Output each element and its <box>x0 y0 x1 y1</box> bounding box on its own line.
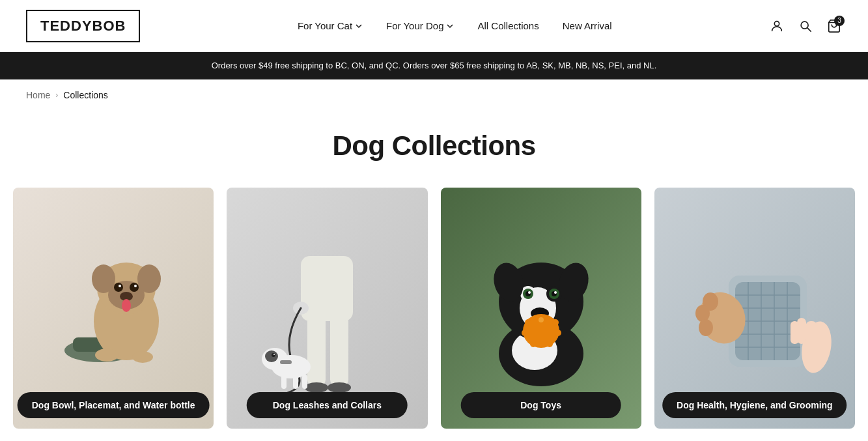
page-title: Dog Collections <box>13 130 855 162</box>
breadcrumb-current: Collections <box>63 90 107 100</box>
dog-leash-illustration <box>262 210 392 406</box>
svg-rect-73 <box>805 321 817 354</box>
collection-label: Dog Toys <box>460 392 621 418</box>
nav-for-your-cat[interactable]: For Your Cat <box>298 20 363 31</box>
main-nav: For Your Cat For Your Dog All Collection… <box>298 20 612 31</box>
svg-rect-23 <box>301 256 353 321</box>
svg-point-29 <box>273 354 275 355</box>
svg-point-50 <box>522 330 528 336</box>
svg-point-14 <box>122 299 131 312</box>
collection-card-dog-toys[interactable]: Dog Toys <box>441 188 641 429</box>
collection-card-dog-health[interactable]: Dog Health, Hygiene, and Grooming <box>654 188 855 429</box>
collection-label: Dog Health, Hygiene, and Grooming <box>662 392 847 418</box>
svg-rect-75 <box>791 321 799 344</box>
svg-point-12 <box>134 285 137 287</box>
svg-line-2 <box>807 28 811 31</box>
svg-point-15 <box>92 264 115 293</box>
nav-for-your-dog[interactable]: For Your Dog <box>386 20 454 31</box>
svg-point-48 <box>525 319 531 326</box>
svg-point-53 <box>546 341 553 347</box>
dog-toy-illustration <box>463 217 619 399</box>
collection-label: Dog Leashes and Collars <box>247 392 408 418</box>
svg-point-17 <box>95 349 119 362</box>
svg-point-49 <box>552 319 559 326</box>
svg-point-45 <box>554 291 557 294</box>
chevron-down-icon <box>355 22 363 30</box>
cart-icon[interactable]: 3 <box>826 18 842 34</box>
svg-rect-32 <box>302 375 307 389</box>
svg-point-1 <box>801 21 808 29</box>
page-title-section: Dog Collections <box>0 111 868 188</box>
svg-point-0 <box>774 21 779 25</box>
svg-rect-30 <box>281 375 287 389</box>
breadcrumb: Home › Collections <box>0 79 868 111</box>
svg-point-28 <box>272 353 275 357</box>
svg-point-54 <box>539 317 544 322</box>
svg-point-18 <box>132 351 153 363</box>
svg-point-27 <box>265 350 278 362</box>
collection-label: Dog Bowl, Placemat, and Water bottle <box>18 392 210 418</box>
svg-point-51 <box>555 330 561 336</box>
account-icon[interactable] <box>769 18 785 34</box>
svg-point-9 <box>114 283 123 292</box>
svg-point-10 <box>130 283 139 292</box>
header-icons: 3 <box>769 18 842 34</box>
dog-bowl-illustration <box>42 236 185 380</box>
svg-point-16 <box>137 264 161 293</box>
search-icon[interactable] <box>798 18 813 34</box>
logo[interactable]: TEDDYBOB <box>26 10 140 42</box>
site-header: TEDDYBOB For Your Cat For Your Dog All C… <box>0 0 868 52</box>
svg-rect-19 <box>307 315 326 386</box>
collection-card-dog-leashes[interactable]: Dog Leashes and Collars <box>227 188 427 429</box>
nav-new-arrival[interactable]: New Arrival <box>563 20 612 31</box>
shipping-banner: Orders over $49 free shipping to BC, ON,… <box>0 52 868 79</box>
breadcrumb-separator: › <box>55 91 58 100</box>
svg-point-70 <box>695 305 710 322</box>
svg-rect-31 <box>293 375 298 389</box>
svg-rect-20 <box>330 315 348 386</box>
breadcrumb-home[interactable]: Home <box>26 90 50 100</box>
svg-rect-33 <box>280 360 292 364</box>
collections-grid: Dog Bowl, Placemat, and Water bottle <box>0 188 868 441</box>
chevron-down-icon <box>446 22 454 30</box>
svg-point-22 <box>328 382 351 393</box>
svg-point-71 <box>699 319 713 336</box>
svg-point-44 <box>528 291 531 294</box>
svg-point-52 <box>530 341 537 347</box>
nav-all-collections[interactable]: All Collections <box>477 20 539 31</box>
cart-count: 3 <box>834 16 845 26</box>
collection-card-dog-bowl[interactable]: Dog Bowl, Placemat, and Water bottle <box>13 188 214 429</box>
svg-point-21 <box>305 382 328 393</box>
svg-point-11 <box>119 285 121 287</box>
dog-health-illustration <box>677 217 833 399</box>
